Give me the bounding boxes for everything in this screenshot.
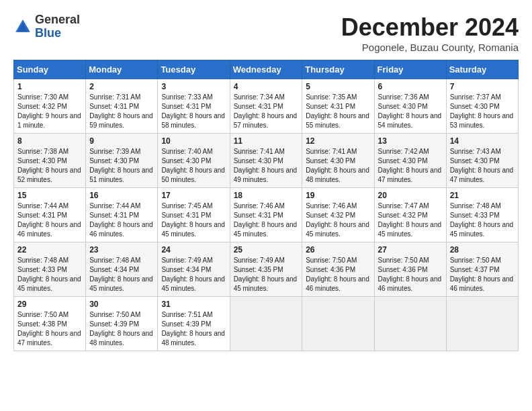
day-daylight: Daylight: 8 hours and 48 minutes. bbox=[306, 167, 369, 183]
day-sunset: Sunset: 4:31 PM bbox=[161, 103, 211, 110]
weekday-header-wednesday: Wednesday bbox=[230, 60, 302, 79]
day-sunset: Sunset: 4:30 PM bbox=[378, 157, 428, 165]
day-number: 14 bbox=[450, 136, 515, 146]
calendar-cell: 10 Sunrise: 7:40 AM Sunset: 4:30 PM Dayl… bbox=[158, 134, 230, 188]
day-sunset: Sunset: 4:31 PM bbox=[234, 103, 283, 110]
calendar-cell: 13 Sunrise: 7:42 AM Sunset: 4:30 PM Dayl… bbox=[374, 134, 446, 188]
day-daylight: Daylight: 8 hours and 48 minutes. bbox=[89, 330, 153, 347]
day-sunset: Sunset: 4:31 PM bbox=[306, 103, 355, 110]
day-number: 18 bbox=[234, 191, 299, 200]
day-number: 9 bbox=[89, 136, 154, 146]
day-daylight: Daylight: 8 hours and 48 minutes. bbox=[161, 330, 225, 347]
day-daylight: Daylight: 8 hours and 47 minutes. bbox=[17, 330, 81, 347]
day-daylight: Daylight: 8 hours and 47 minutes. bbox=[450, 167, 514, 183]
day-sunrise: Sunrise: 7:37 AM bbox=[450, 93, 501, 101]
day-sunset: Sunset: 4:30 PM bbox=[450, 157, 500, 165]
day-daylight: Daylight: 9 hours and 1 minute. bbox=[17, 112, 81, 129]
weekday-header-monday: Monday bbox=[86, 60, 158, 79]
day-sunset: Sunset: 4:39 PM bbox=[161, 320, 211, 328]
calendar-cell: 9 Sunrise: 7:39 AM Sunset: 4:30 PM Dayli… bbox=[86, 134, 158, 188]
calendar-cell bbox=[446, 297, 518, 351]
day-daylight: Daylight: 8 hours and 45 minutes. bbox=[234, 275, 298, 292]
day-sunset: Sunset: 4:36 PM bbox=[378, 266, 428, 273]
day-sunrise: Sunrise: 7:48 AM bbox=[17, 257, 69, 264]
calendar-week-row: 29 Sunrise: 7:50 AM Sunset: 4:38 PM Dayl… bbox=[14, 297, 519, 351]
page-header: General Blue December 2024 Pogonele, Buz… bbox=[13, 13, 519, 53]
day-number: 5 bbox=[306, 82, 370, 91]
day-sunrise: Sunrise: 7:35 AM bbox=[306, 93, 357, 101]
day-sunrise: Sunrise: 7:30 AM bbox=[17, 93, 69, 101]
logo-blue: Blue bbox=[35, 27, 80, 40]
calendar-cell: 24 Sunrise: 7:49 AM Sunset: 4:34 PM Dayl… bbox=[158, 242, 230, 297]
calendar-cell: 1 Sunrise: 7:30 AM Sunset: 4:32 PM Dayli… bbox=[14, 79, 86, 134]
day-sunrise: Sunrise: 7:36 AM bbox=[378, 93, 429, 101]
day-daylight: Daylight: 8 hours and 45 minutes. bbox=[306, 221, 369, 238]
day-sunrise: Sunrise: 7:50 AM bbox=[378, 257, 429, 264]
day-daylight: Daylight: 8 hours and 45 minutes. bbox=[17, 275, 81, 292]
day-sunset: Sunset: 4:37 PM bbox=[450, 266, 500, 273]
calendar-cell: 4 Sunrise: 7:34 AM Sunset: 4:31 PM Dayli… bbox=[230, 79, 302, 134]
day-number: 6 bbox=[378, 82, 443, 91]
calendar-cell: 28 Sunrise: 7:50 AM Sunset: 4:37 PM Dayl… bbox=[446, 242, 518, 297]
day-daylight: Daylight: 8 hours and 45 minutes. bbox=[161, 221, 225, 238]
calendar-week-row: 15 Sunrise: 7:44 AM Sunset: 4:31 PM Dayl… bbox=[14, 188, 519, 242]
calendar-cell: 16 Sunrise: 7:44 AM Sunset: 4:31 PM Dayl… bbox=[86, 188, 158, 242]
day-sunrise: Sunrise: 7:48 AM bbox=[89, 257, 140, 264]
day-number: 3 bbox=[161, 82, 226, 91]
day-daylight: Daylight: 8 hours and 45 minutes. bbox=[89, 275, 153, 292]
day-sunrise: Sunrise: 7:48 AM bbox=[450, 202, 501, 210]
day-number: 8 bbox=[17, 136, 82, 146]
day-sunrise: Sunrise: 7:41 AM bbox=[234, 148, 285, 155]
weekday-header-row: SundayMondayTuesdayWednesdayThursdayFrid… bbox=[14, 60, 519, 79]
day-sunrise: Sunrise: 7:31 AM bbox=[89, 93, 140, 101]
location-subtitle: Pogonele, Buzau County, Romania bbox=[341, 42, 519, 53]
calendar-cell bbox=[302, 297, 374, 351]
day-sunrise: Sunrise: 7:45 AM bbox=[161, 202, 212, 210]
calendar-cell: 31 Sunrise: 7:51 AM Sunset: 4:39 PM Dayl… bbox=[158, 297, 230, 351]
day-daylight: Daylight: 8 hours and 46 minutes. bbox=[17, 221, 81, 238]
calendar-cell: 25 Sunrise: 7:49 AM Sunset: 4:35 PM Dayl… bbox=[230, 242, 302, 297]
calendar-cell: 22 Sunrise: 7:48 AM Sunset: 4:33 PM Dayl… bbox=[14, 242, 86, 297]
day-number: 22 bbox=[17, 245, 82, 255]
calendar-week-row: 22 Sunrise: 7:48 AM Sunset: 4:33 PM Dayl… bbox=[14, 242, 519, 297]
day-number: 23 bbox=[89, 245, 154, 255]
day-sunrise: Sunrise: 7:50 AM bbox=[450, 257, 501, 264]
day-sunrise: Sunrise: 7:34 AM bbox=[234, 93, 285, 101]
day-sunset: Sunset: 4:38 PM bbox=[17, 320, 67, 328]
day-sunrise: Sunrise: 7:44 AM bbox=[17, 202, 69, 210]
day-number: 19 bbox=[306, 191, 370, 200]
day-sunset: Sunset: 4:32 PM bbox=[306, 212, 355, 219]
calendar-cell: 17 Sunrise: 7:45 AM Sunset: 4:31 PM Dayl… bbox=[158, 188, 230, 242]
day-sunrise: Sunrise: 7:46 AM bbox=[306, 202, 357, 210]
day-sunset: Sunset: 4:33 PM bbox=[17, 266, 67, 273]
day-sunrise: Sunrise: 7:38 AM bbox=[17, 148, 69, 155]
day-sunrise: Sunrise: 7:39 AM bbox=[89, 148, 140, 155]
day-number: 21 bbox=[450, 191, 515, 200]
day-sunset: Sunset: 4:30 PM bbox=[234, 157, 283, 165]
day-daylight: Daylight: 8 hours and 53 minutes. bbox=[450, 112, 514, 129]
day-daylight: Daylight: 8 hours and 47 minutes. bbox=[378, 167, 442, 183]
day-sunrise: Sunrise: 7:46 AM bbox=[234, 202, 285, 210]
day-sunset: Sunset: 4:30 PM bbox=[306, 157, 355, 165]
calendar-week-row: 8 Sunrise: 7:38 AM Sunset: 4:30 PM Dayli… bbox=[14, 134, 519, 188]
day-number: 4 bbox=[234, 82, 299, 91]
day-number: 11 bbox=[234, 136, 299, 146]
day-sunrise: Sunrise: 7:33 AM bbox=[161, 93, 212, 101]
calendar-cell: 2 Sunrise: 7:31 AM Sunset: 4:31 PM Dayli… bbox=[86, 79, 158, 134]
day-sunrise: Sunrise: 7:43 AM bbox=[450, 148, 501, 155]
day-daylight: Daylight: 8 hours and 50 minutes. bbox=[161, 167, 225, 183]
day-number: 31 bbox=[161, 300, 226, 309]
day-sunrise: Sunrise: 7:50 AM bbox=[89, 311, 140, 318]
day-number: 17 bbox=[161, 191, 226, 200]
day-sunset: Sunset: 4:34 PM bbox=[89, 266, 139, 273]
calendar-cell: 15 Sunrise: 7:44 AM Sunset: 4:31 PM Dayl… bbox=[14, 188, 86, 242]
calendar-cell: 26 Sunrise: 7:50 AM Sunset: 4:36 PM Dayl… bbox=[302, 242, 374, 297]
logo-icon bbox=[13, 17, 32, 36]
calendar-cell bbox=[230, 297, 302, 351]
calendar-cell: 12 Sunrise: 7:41 AM Sunset: 4:30 PM Dayl… bbox=[302, 134, 374, 188]
day-number: 24 bbox=[161, 245, 226, 255]
calendar-cell: 27 Sunrise: 7:50 AM Sunset: 4:36 PM Dayl… bbox=[374, 242, 446, 297]
calendar-week-row: 1 Sunrise: 7:30 AM Sunset: 4:32 PM Dayli… bbox=[14, 79, 519, 134]
calendar-cell: 11 Sunrise: 7:41 AM Sunset: 4:30 PM Dayl… bbox=[230, 134, 302, 188]
day-daylight: Daylight: 8 hours and 46 minutes. bbox=[450, 275, 514, 292]
